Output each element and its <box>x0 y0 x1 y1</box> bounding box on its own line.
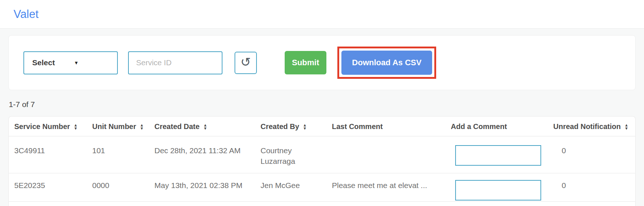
cell-unread-notification: 0 <box>548 173 635 202</box>
column-header-add-a-comment: Add a Comment <box>445 117 548 136</box>
sort-icon[interactable]: ▲▼ <box>74 124 78 130</box>
cell-last-comment <box>326 136 445 173</box>
filter-select-dropdown[interactable]: Select ▼ <box>23 51 118 74</box>
services-table-card: Service Number ▲▼ Unit Number ▲▼ Created… <box>8 116 636 206</box>
column-label: Created Date <box>154 122 199 131</box>
service-id-input[interactable] <box>128 51 222 74</box>
cell-add-comment <box>445 173 548 202</box>
refresh-button[interactable]: ↺ <box>235 52 257 74</box>
chevron-down-icon: ▼ <box>74 60 79 66</box>
table-row: 5E20235 0000 May 13th, 2021 02:38 PM Jen… <box>9 173 635 202</box>
download-csv-button[interactable]: Download As CSV <box>341 51 432 75</box>
column-header-unread-notification[interactable]: Unread Notification ▲▼ <box>548 117 635 136</box>
column-header-service-number[interactable]: Service Number ▲▼ <box>9 117 87 136</box>
column-header-created-by[interactable]: Created By ▲▼ <box>255 117 326 136</box>
cell-service-number: 3C49911 <box>9 136 87 173</box>
cell-unit-number: 101 <box>87 136 149 173</box>
comment-input[interactable] <box>455 145 541 166</box>
app-header: Valet <box>0 0 644 29</box>
column-label: Service Number <box>14 122 70 131</box>
sort-icon[interactable]: ▲▼ <box>303 124 307 130</box>
cell-created-date: May 13th, 2021 02:38 PM <box>149 173 255 202</box>
column-label: Last Comment <box>332 122 383 131</box>
filter-toolbar: Select ▼ ↺ Submit Download As CSV <box>8 35 636 90</box>
cell-add-comment <box>445 136 548 173</box>
cell-unit-number: 0000 <box>87 173 149 202</box>
column-label: Unread Notification <box>553 122 621 131</box>
column-label: Add a Comment <box>451 122 507 131</box>
sort-icon[interactable]: ▲▼ <box>140 124 144 130</box>
sort-icon[interactable]: ▲▼ <box>624 124 628 130</box>
column-header-unit-number[interactable]: Unit Number ▲▼ <box>87 117 149 136</box>
column-label: Unit Number <box>92 122 136 131</box>
table-row: 3C49911 101 Dec 28th, 2021 11:32 AM Cour… <box>9 136 635 173</box>
cell-created-by: Jen McGee <box>255 173 326 202</box>
comment-input[interactable] <box>455 180 541 201</box>
page-title: Valet <box>14 8 38 21</box>
filter-select-label: Select <box>32 58 55 67</box>
column-header-last-comment: Last Comment <box>326 117 445 136</box>
services-table: Service Number ▲▼ Unit Number ▲▼ Created… <box>9 117 635 202</box>
refresh-icon: ↺ <box>240 56 251 68</box>
pagination-range: 1-7 of 7 <box>9 100 644 109</box>
cell-last-comment: Please meet me at elevat ... <box>326 173 445 202</box>
table-bottom-spacer <box>9 202 635 206</box>
sort-icon[interactable]: ▲▼ <box>203 124 207 130</box>
submit-button[interactable]: Submit <box>285 51 326 74</box>
table-header-row: Service Number ▲▼ Unit Number ▲▼ Created… <box>9 117 635 136</box>
column-header-created-date[interactable]: Created Date ▲▼ <box>149 117 255 136</box>
column-label: Created By <box>261 122 299 131</box>
cell-created-date: Dec 28th, 2021 11:32 AM <box>149 136 255 173</box>
annotation-highlight-box: Download As CSV <box>337 47 436 79</box>
cell-created-by: Courtney Luzarraga <box>255 136 326 173</box>
cell-service-number: 5E20235 <box>9 173 87 202</box>
cell-unread-notification: 0 <box>548 136 635 173</box>
